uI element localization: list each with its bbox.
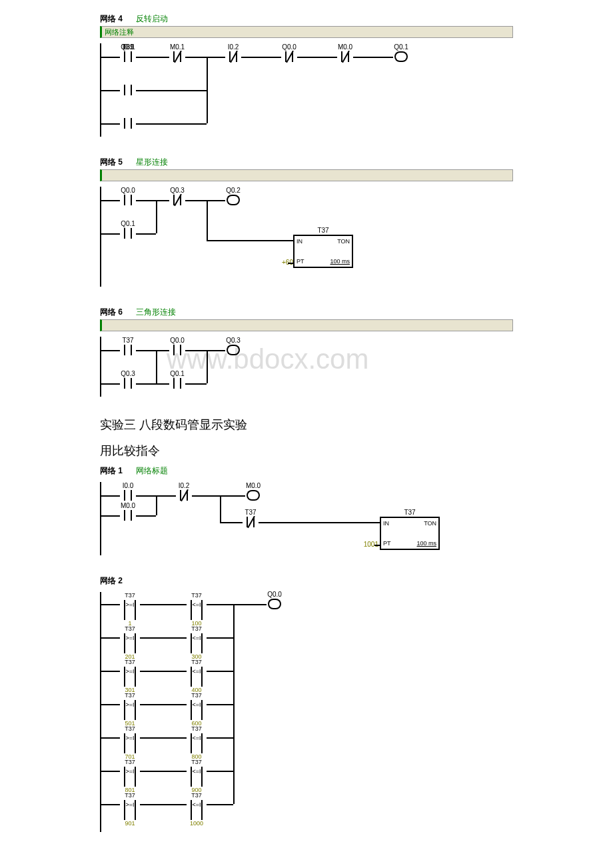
contact-no (120, 51, 136, 62)
coil (225, 195, 241, 205)
contact-nc (176, 490, 192, 501)
compare-contact: T37>=I1 (120, 600, 140, 620)
timer-type: TON (337, 238, 350, 245)
network-4: 网络 4 反转启动 网络注释 I0.1 M0.1 I0.2 Q0.0 M0.0 … (100, 13, 513, 137)
compare-contact: T37>=I201 (120, 633, 140, 653)
timer-time: 100 ms (416, 540, 436, 547)
contact-no (120, 195, 136, 205)
timer-name: T37 (381, 509, 438, 516)
timer-pt: PT (383, 540, 391, 547)
contact-label: Q0.1 (113, 220, 143, 227)
contact-no (120, 510, 136, 521)
section-heading: 用比较指令 (100, 443, 513, 459)
coil (225, 345, 241, 355)
contact-label: Q0.1 (163, 370, 192, 377)
net-title: 网络标题 (136, 465, 168, 477)
net-number: 网络 5 (100, 157, 123, 168)
network-1: 网络 1 网络标题 I0.0 I0.2 M0.0 M0.0 T37 T37 IN… (100, 465, 513, 555)
contact-no (169, 345, 185, 355)
compare-contact: T37<=I1000 (187, 800, 207, 820)
timer-name: T37 (295, 227, 352, 234)
net-number: 网络 1 (100, 465, 123, 477)
coil-label: M0.0 (239, 482, 268, 489)
contact-no (120, 118, 136, 129)
contact-label: I0.2 (169, 482, 199, 489)
network-2: 网络 2 Q0.0 T37>=I1T37<=I100T37>=I201T37<=… (100, 575, 513, 832)
net-number: 网络 6 (100, 307, 123, 318)
contact-nc (281, 51, 297, 62)
net-title: 反转启动 (136, 13, 168, 25)
left-rail (100, 187, 101, 287)
contact-no (120, 490, 136, 501)
net-number: 网络 4 (100, 13, 123, 25)
network-6: www.bdocx.com 网络 6 三角形连接 T37 Q0.0 Q0.3 Q… (100, 307, 513, 397)
compare-contact: T37>=I301 (120, 667, 140, 687)
contact-no (120, 345, 136, 355)
net-comment: 网络注释 (102, 28, 134, 36)
timer-in: IN (297, 238, 303, 245)
compare-contact: T37<=I600 (187, 700, 207, 720)
compare-contact: T37<=I400 (187, 667, 207, 687)
contact-label: M0.0 (330, 43, 360, 51)
compare-contact: T37<=I300 (187, 633, 207, 653)
left-rail (100, 482, 101, 555)
timer-pt: PT (297, 258, 305, 265)
compare-contact: T37>=I701 (120, 733, 140, 753)
contact-label: M0.0 (113, 502, 143, 509)
contact-nc (169, 195, 185, 205)
coil-label: Q0.0 (260, 591, 289, 598)
contact-label: Q0.0 (113, 187, 143, 194)
timer-box: T37 IN TON PT 100 ms (293, 235, 353, 268)
net-title: 三角形连接 (136, 307, 176, 318)
contact-no (120, 228, 136, 239)
contact-nc (337, 51, 353, 62)
contact-no (120, 85, 136, 95)
network-5: 网络 5 星形连接 Q0.0 Q0.3 Q0.2 Q0.1 T37 IN TON… (100, 157, 513, 287)
compare-contact: T37<=I100 (187, 600, 207, 620)
left-rail (100, 592, 101, 832)
contact-nc (225, 51, 241, 62)
contact-label: T37 (113, 337, 143, 344)
coil (393, 51, 409, 62)
contact-label: Q0.3 (163, 187, 192, 194)
contact-nc (169, 51, 185, 62)
contact-label: Q0.1 (113, 43, 143, 51)
left-rail (100, 337, 101, 397)
contact-no (120, 378, 136, 389)
coil (245, 490, 261, 501)
compare-contact: T37<=I800 (187, 733, 207, 753)
contact-label: M0.1 (163, 43, 192, 51)
contact-no (169, 378, 185, 389)
coil-label: Q0.2 (219, 187, 248, 194)
coil-label: Q0.1 (386, 43, 416, 51)
coil (267, 599, 283, 609)
timer-type: TON (424, 520, 436, 527)
contact-label: Q0.0 (163, 337, 192, 344)
section-heading: 实验三 八段数码管显示实验 (100, 417, 513, 433)
compare-contact: T37>=I901 (120, 800, 140, 820)
compare-contact: T37>=I501 (120, 700, 140, 720)
net-number: 网络 2 (100, 575, 123, 587)
coil-label: Q0.3 (219, 337, 248, 344)
compare-contact: T37<=I900 (187, 767, 207, 787)
contact-nc (243, 517, 259, 527)
compare-contact: T37>=I801 (120, 767, 140, 787)
contact-label: I0.0 (113, 482, 143, 489)
timer-time: 100 ms (330, 258, 350, 265)
contact-label: Q0.0 (275, 43, 304, 51)
contact-label: Q0.3 (113, 370, 143, 377)
timer-in: IN (383, 520, 389, 527)
timer-box: T37 IN TON PT 100 ms (380, 517, 440, 550)
contact-label: I0.2 (219, 43, 248, 51)
contact-label: T37 (236, 509, 265, 516)
net-title: 星形连接 (136, 157, 168, 168)
